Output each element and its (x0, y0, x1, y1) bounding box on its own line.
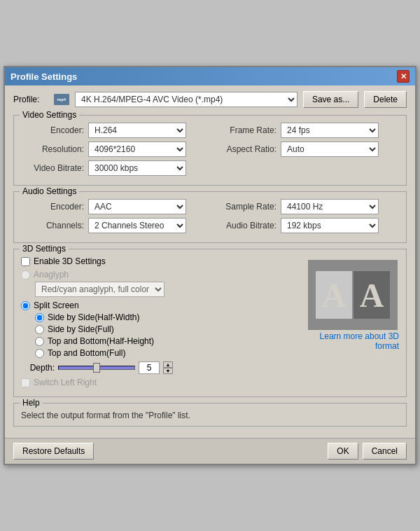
delete-button[interactable]: Delete (364, 91, 407, 108)
help-section-title: Help (20, 398, 43, 408)
enable-3d-row: Enable 3D Settings (21, 256, 301, 266)
profile-icon-text: mp4 (57, 97, 66, 102)
audio-row2: Channels: 2 Channels Stereo Audio Bitrat… (21, 218, 399, 237)
switch-left-right-label: Switch Left Right (34, 378, 97, 387)
encoder-label: Encoder: (21, 125, 84, 135)
video-bitrate-row: Video Bitrate: 30000 kbps (21, 160, 399, 176)
aspect-ratio-select[interactable]: Auto (281, 142, 379, 157)
resolution-select[interactable]: 4096*2160 (88, 142, 186, 157)
side-by-side-full-row: Side by Side(Full) (35, 324, 301, 334)
help-section: Help Select the output format from the "… (13, 403, 407, 427)
anaglyph-type-select[interactable]: Red/cyan anaglyph, full color (35, 282, 164, 297)
channels-label: Channels: (21, 221, 84, 230)
sample-rate-row: Sample Rate: 44100 Hz (214, 199, 399, 214)
3d-settings-section: 3D Settings Enable 3D Settings Anaglyph (13, 249, 407, 397)
audio-encoder-select[interactable]: AAC (88, 199, 186, 214)
framerate-label: Frame Rate: (214, 125, 276, 135)
footer-right-buttons: OK Cancel (328, 443, 407, 460)
sample-rate-col: Sample Rate: 44100 Hz (214, 199, 399, 218)
video-settings-content: Encoder: H.264 Frame Rate: 24 fps (21, 123, 399, 176)
sample-rate-select[interactable]: 44100 Hz (281, 199, 379, 214)
audio-row1: Encoder: AAC Sample Rate: 44100 Hz (21, 199, 399, 218)
encoder-row: Encoder: H.264 (21, 123, 206, 138)
audio-encoder-row: Encoder: AAC (21, 199, 206, 214)
split-screen-radio[interactable] (21, 301, 30, 310)
restore-defaults-button[interactable]: Restore Defaults (13, 443, 94, 460)
dialog-footer: Restore Defaults OK Cancel (5, 438, 415, 464)
profile-row: Profile: mp4 4K H.264/MPEG-4 AVC Video (… (13, 91, 407, 108)
aa-letter-right: A (354, 271, 390, 319)
encoder-col: Encoder: H.264 (21, 123, 206, 142)
top-bottom-full-row: Top and Bottom(Full) (35, 348, 301, 358)
depth-row: Depth: ▲ ▼ (21, 361, 301, 374)
video-settings-title: Video Settings (20, 110, 79, 120)
enable-3d-label: Enable 3D Settings (34, 256, 106, 266)
depth-up-button[interactable]: ▲ (163, 361, 173, 368)
video-bitrate-label: Video Bitrate: (21, 163, 84, 173)
encoder-select[interactable]: H.264 (88, 123, 186, 138)
top-bottom-full-label: Top and Bottom(Full) (48, 348, 125, 358)
help-content: Select the output format from the "Profi… (21, 411, 399, 420)
aspect-ratio-row: Aspect Ratio: Auto (214, 142, 399, 157)
depth-slider[interactable] (58, 366, 135, 370)
switch-left-right-row: Switch Left Right (21, 378, 301, 387)
side-by-side-full-radio[interactable] (35, 325, 44, 334)
audio-bitrate-col: Audio Bitrate: 192 kbps (214, 218, 399, 237)
dialog-body: Profile: mp4 4K H.264/MPEG-4 AVC Video (… (5, 85, 415, 438)
split-screen-row: Split Screen (21, 301, 301, 310)
depth-spinner: ▲ ▼ (163, 361, 173, 374)
video-row1: Encoder: H.264 Frame Rate: 24 fps (21, 123, 399, 142)
aa-preview: A A (308, 260, 398, 330)
switch-left-right-checkbox[interactable] (21, 378, 30, 387)
top-bottom-half-row: Top and Bottom(Half-Height) (35, 336, 301, 346)
cancel-button[interactable]: Cancel (363, 443, 407, 460)
aspect-ratio-col: Aspect Ratio: Auto (214, 142, 399, 160)
video-bitrate-select[interactable]: 30000 kbps (88, 160, 186, 176)
framerate-select[interactable]: 24 fps (281, 123, 379, 138)
3d-settings-right: A A Learn more about 3D format (308, 256, 399, 391)
depth-down-button[interactable]: ▼ (163, 368, 173, 374)
resolution-col: Resolution: 4096*2160 (21, 142, 206, 160)
audio-encoder-col: Encoder: AAC (21, 199, 206, 218)
enable-3d-checkbox[interactable] (21, 257, 30, 266)
top-bottom-half-label: Top and Bottom(Half-Height) (48, 336, 154, 346)
resolution-row: Resolution: 4096*2160 (21, 142, 206, 157)
dialog-title: Profile Settings (10, 71, 77, 82)
save-as-button[interactable]: Save as... (303, 91, 358, 108)
aa-inner: A A (316, 271, 390, 319)
aa-letter-left: A (316, 271, 352, 319)
split-screen-label: Split Screen (34, 301, 79, 310)
top-bottom-half-radio[interactable] (35, 337, 44, 346)
framerate-row: Frame Rate: 24 fps (214, 123, 399, 138)
3d-settings-content: Enable 3D Settings Anaglyph Red/cyan ana… (21, 256, 399, 391)
3d-settings-title: 3D Settings (20, 244, 69, 254)
learn-more-link[interactable]: Learn more about 3D format (308, 331, 399, 351)
title-bar: Profile Settings ✕ (5, 67, 415, 85)
anaglyph-radio[interactable] (21, 270, 30, 280)
anaglyph-row: Anaglyph (21, 270, 301, 280)
audio-bitrate-select[interactable]: 192 kbps (281, 218, 379, 233)
help-text: Select the output format from the "Profi… (21, 411, 190, 420)
profile-icon: mp4 (54, 94, 69, 105)
ok-button[interactable]: OK (328, 443, 358, 460)
top-bottom-full-radio[interactable] (35, 349, 44, 358)
resolution-label: Resolution: (21, 144, 84, 154)
video-row2: Resolution: 4096*2160 Aspect Ratio: Auto (21, 142, 399, 160)
channels-row: Channels: 2 Channels Stereo (21, 218, 206, 233)
channels-col: Channels: 2 Channels Stereo (21, 218, 206, 237)
depth-input[interactable] (139, 361, 160, 374)
side-by-side-half-radio[interactable] (35, 313, 44, 322)
audio-settings-title: Audio Settings (20, 186, 79, 196)
anaglyph-type-row: Red/cyan anaglyph, full color (35, 282, 301, 297)
video-settings-section: Video Settings Encoder: H.264 Frame Ra (13, 115, 407, 186)
audio-settings-content: Encoder: AAC Sample Rate: 44100 Hz (21, 199, 399, 237)
side-by-side-full-label: Side by Side(Full) (48, 324, 114, 334)
profile-label: Profile: (13, 95, 48, 104)
3d-settings-layout: Enable 3D Settings Anaglyph Red/cyan ana… (21, 256, 399, 391)
audio-settings-section: Audio Settings Encoder: AAC Sample Rat (13, 191, 407, 243)
close-button[interactable]: ✕ (397, 70, 410, 83)
aspect-ratio-label: Aspect Ratio: (214, 144, 276, 154)
channels-select[interactable]: 2 Channels Stereo (88, 218, 186, 233)
depth-label: Depth: (21, 363, 55, 373)
profile-select[interactable]: 4K H.264/MPEG-4 AVC Video (*.mp4) (75, 92, 298, 107)
